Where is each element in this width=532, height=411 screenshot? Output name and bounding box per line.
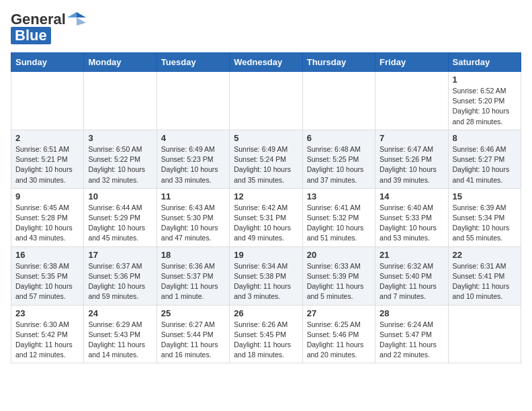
calendar-day-cell: 6Sunrise: 6:48 AM Sunset: 5:25 PM Daylig… xyxy=(302,130,375,188)
day-number: 18 xyxy=(161,250,225,260)
day-number: 6 xyxy=(307,133,371,143)
calendar-day-cell: 18Sunrise: 6:36 AM Sunset: 5:37 PM Dayli… xyxy=(157,246,229,305)
calendar-day-cell: 5Sunrise: 6:49 AM Sunset: 5:24 PM Daylig… xyxy=(230,130,302,188)
calendar-week-row: 16Sunrise: 6:38 AM Sunset: 5:35 PM Dayli… xyxy=(11,246,521,305)
day-info: Sunrise: 6:39 AM Sunset: 5:34 PM Dayligh… xyxy=(453,203,517,244)
day-number: 5 xyxy=(234,133,298,143)
day-info: Sunrise: 6:41 AM Sunset: 5:32 PM Dayligh… xyxy=(307,203,371,244)
day-info: Sunrise: 6:42 AM Sunset: 5:31 PM Dayligh… xyxy=(234,203,298,244)
calendar-week-row: 23Sunrise: 6:30 AM Sunset: 5:42 PM Dayli… xyxy=(11,305,521,363)
day-info: Sunrise: 6:48 AM Sunset: 5:25 PM Dayligh… xyxy=(307,144,371,185)
calendar-day-cell: 12Sunrise: 6:42 AM Sunset: 5:31 PM Dayli… xyxy=(230,188,302,246)
day-info: Sunrise: 6:46 AM Sunset: 5:27 PM Dayligh… xyxy=(453,144,517,185)
calendar-day-cell: 26Sunrise: 6:26 AM Sunset: 5:45 PM Dayli… xyxy=(230,305,302,363)
day-number: 28 xyxy=(380,308,443,318)
day-info: Sunrise: 6:31 AM Sunset: 5:41 PM Dayligh… xyxy=(453,261,517,302)
day-info: Sunrise: 6:30 AM Sunset: 5:42 PM Dayligh… xyxy=(15,320,79,361)
day-info: Sunrise: 6:50 AM Sunset: 5:22 PM Dayligh… xyxy=(88,144,152,185)
day-number: 25 xyxy=(161,308,225,318)
logo-general-text: General xyxy=(11,11,66,28)
calendar-week-row: 1Sunrise: 6:52 AM Sunset: 5:20 PM Daylig… xyxy=(11,72,521,130)
calendar-week-row: 2Sunrise: 6:51 AM Sunset: 5:21 PM Daylig… xyxy=(11,130,521,188)
calendar-day-cell: 20Sunrise: 6:33 AM Sunset: 5:39 PM Dayli… xyxy=(302,246,375,305)
calendar-day-cell: 25Sunrise: 6:27 AM Sunset: 5:44 PM Dayli… xyxy=(157,305,229,363)
calendar-day-cell: 14Sunrise: 6:40 AM Sunset: 5:33 PM Dayli… xyxy=(375,188,448,246)
day-number: 13 xyxy=(307,191,371,201)
weekday-header-tuesday: Tuesday xyxy=(157,53,229,72)
day-info: Sunrise: 6:37 AM Sunset: 5:36 PM Dayligh… xyxy=(88,261,152,302)
day-info: Sunrise: 6:51 AM Sunset: 5:21 PM Dayligh… xyxy=(15,144,79,185)
calendar-day-cell: 23Sunrise: 6:30 AM Sunset: 5:42 PM Dayli… xyxy=(11,305,84,363)
day-info: Sunrise: 6:40 AM Sunset: 5:33 PM Dayligh… xyxy=(380,203,443,244)
calendar-day-cell: 11Sunrise: 6:43 AM Sunset: 5:30 PM Dayli… xyxy=(157,188,229,246)
day-number: 14 xyxy=(380,191,443,201)
calendar-day-cell: 9Sunrise: 6:45 AM Sunset: 5:28 PM Daylig… xyxy=(11,188,84,246)
svg-marker-1 xyxy=(67,12,77,17)
day-number: 1 xyxy=(453,75,517,85)
weekday-header-row: SundayMondayTuesdayWednesdayThursdayFrid… xyxy=(11,53,521,72)
day-number: 16 xyxy=(15,250,79,260)
day-info: Sunrise: 6:43 AM Sunset: 5:30 PM Dayligh… xyxy=(161,203,225,244)
calendar-day-cell: 4Sunrise: 6:49 AM Sunset: 5:23 PM Daylig… xyxy=(157,130,229,188)
day-number: 21 xyxy=(380,250,443,260)
calendar-table: SundayMondayTuesdayWednesdayThursdayFrid… xyxy=(11,52,521,363)
logo-blue-text: Blue xyxy=(11,27,51,44)
calendar-day-cell: 24Sunrise: 6:29 AM Sunset: 5:43 PM Dayli… xyxy=(84,305,157,363)
day-info: Sunrise: 6:52 AM Sunset: 5:20 PM Dayligh… xyxy=(453,86,517,127)
calendar-day-cell xyxy=(230,72,302,130)
weekday-header-friday: Friday xyxy=(375,53,448,72)
calendar-day-cell: 19Sunrise: 6:34 AM Sunset: 5:38 PM Dayli… xyxy=(230,246,302,305)
logo-bird-icon xyxy=(67,11,86,26)
day-number: 22 xyxy=(453,250,517,260)
weekday-header-wednesday: Wednesday xyxy=(230,53,302,72)
day-number: 12 xyxy=(234,191,298,201)
calendar-day-cell xyxy=(302,72,375,130)
calendar-day-cell: 28Sunrise: 6:24 AM Sunset: 5:47 PM Dayli… xyxy=(375,305,448,363)
day-number: 3 xyxy=(88,133,152,143)
day-info: Sunrise: 6:24 AM Sunset: 5:47 PM Dayligh… xyxy=(380,320,443,361)
svg-marker-2 xyxy=(77,17,86,26)
day-info: Sunrise: 6:34 AM Sunset: 5:38 PM Dayligh… xyxy=(234,261,298,302)
calendar-day-cell: 17Sunrise: 6:37 AM Sunset: 5:36 PM Dayli… xyxy=(84,246,157,305)
logo: General Blue xyxy=(11,11,86,44)
calendar-day-cell xyxy=(84,72,157,130)
day-info: Sunrise: 6:49 AM Sunset: 5:23 PM Dayligh… xyxy=(161,144,225,185)
calendar-day-cell: 8Sunrise: 6:46 AM Sunset: 5:27 PM Daylig… xyxy=(448,130,521,188)
day-info: Sunrise: 6:29 AM Sunset: 5:43 PM Dayligh… xyxy=(88,320,152,361)
day-number: 27 xyxy=(307,308,371,318)
day-info: Sunrise: 6:47 AM Sunset: 5:26 PM Dayligh… xyxy=(380,144,443,185)
day-info: Sunrise: 6:36 AM Sunset: 5:37 PM Dayligh… xyxy=(161,261,225,302)
day-info: Sunrise: 6:33 AM Sunset: 5:39 PM Dayligh… xyxy=(307,261,371,302)
day-number: 24 xyxy=(88,308,152,318)
calendar-week-row: 9Sunrise: 6:45 AM Sunset: 5:28 PM Daylig… xyxy=(11,188,521,246)
calendar-day-cell: 15Sunrise: 6:39 AM Sunset: 5:34 PM Dayli… xyxy=(448,188,521,246)
calendar-day-cell: 10Sunrise: 6:44 AM Sunset: 5:29 PM Dayli… xyxy=(84,188,157,246)
calendar-day-cell xyxy=(448,305,521,363)
calendar-day-cell: 3Sunrise: 6:50 AM Sunset: 5:22 PM Daylig… xyxy=(84,130,157,188)
weekday-header-thursday: Thursday xyxy=(302,53,375,72)
calendar-day-cell: 1Sunrise: 6:52 AM Sunset: 5:20 PM Daylig… xyxy=(448,72,521,130)
day-number: 15 xyxy=(453,191,517,201)
calendar-day-cell xyxy=(375,72,448,130)
calendar-day-cell xyxy=(11,72,84,130)
day-number: 8 xyxy=(453,133,517,143)
day-number: 10 xyxy=(88,191,152,201)
weekday-header-sunday: Sunday xyxy=(11,53,84,72)
day-number: 26 xyxy=(234,308,298,318)
day-number: 4 xyxy=(161,133,225,143)
calendar-day-cell: 22Sunrise: 6:31 AM Sunset: 5:41 PM Dayli… xyxy=(448,246,521,305)
calendar-day-cell: 21Sunrise: 6:32 AM Sunset: 5:40 PM Dayli… xyxy=(375,246,448,305)
calendar-day-cell: 7Sunrise: 6:47 AM Sunset: 5:26 PM Daylig… xyxy=(375,130,448,188)
day-info: Sunrise: 6:38 AM Sunset: 5:35 PM Dayligh… xyxy=(15,261,79,302)
calendar-day-cell: 2Sunrise: 6:51 AM Sunset: 5:21 PM Daylig… xyxy=(11,130,84,188)
day-number: 2 xyxy=(15,133,79,143)
calendar-day-cell: 13Sunrise: 6:41 AM Sunset: 5:32 PM Dayli… xyxy=(302,188,375,246)
day-info: Sunrise: 6:25 AM Sunset: 5:46 PM Dayligh… xyxy=(307,320,371,361)
day-info: Sunrise: 6:44 AM Sunset: 5:29 PM Dayligh… xyxy=(88,203,152,244)
svg-marker-0 xyxy=(77,12,86,17)
day-info: Sunrise: 6:26 AM Sunset: 5:45 PM Dayligh… xyxy=(234,320,298,361)
weekday-header-saturday: Saturday xyxy=(448,53,521,72)
calendar-day-cell xyxy=(157,72,229,130)
day-number: 23 xyxy=(15,308,79,318)
day-number: 11 xyxy=(161,191,225,201)
